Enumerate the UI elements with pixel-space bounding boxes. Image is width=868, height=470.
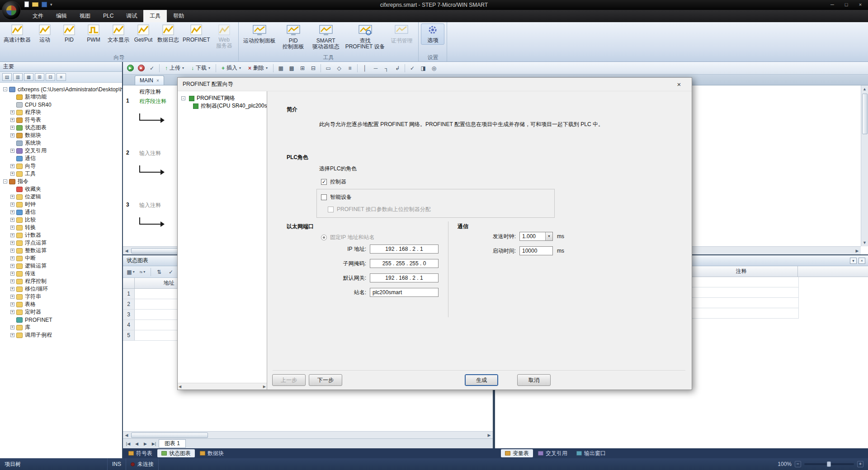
- startup-time-field[interactable]: 10000: [519, 246, 553, 255]
- branch-icon[interactable]: ◇: [334, 63, 344, 73]
- tree-expander-icon[interactable]: [10, 126, 14, 130]
- tree-item[interactable]: 表格: [0, 301, 122, 308]
- tree-item[interactable]: 数据块: [0, 132, 122, 139]
- wizard-tree-root[interactable]: PROFINET网络: [178, 94, 267, 102]
- smart-device-checkbox-row[interactable]: 智能设备: [321, 193, 352, 201]
- tree-item[interactable]: 工具: [0, 170, 122, 178]
- close-tab-icon[interactable]: ×: [156, 78, 159, 83]
- vertical-line-icon[interactable]: │: [360, 63, 370, 73]
- scroll-up-icon[interactable]: ▲: [861, 85, 868, 93]
- ip-address-field[interactable]: 192 . 168 . 2 . 1: [370, 244, 439, 254]
- tree-item[interactable]: 调用子例程: [0, 331, 122, 339]
- tree-item[interactable]: 位逻辑: [0, 193, 122, 201]
- scroll-right-icon[interactable]: ▶: [263, 385, 266, 389]
- tree-toolbar-icon[interactable]: ▥: [13, 73, 23, 81]
- ribbon-item-profinet[interactable]: PROFINET: [181, 24, 212, 44]
- symbol-info-icon[interactable]: ≡: [345, 63, 355, 73]
- status-chart-horizontal-scrollbar[interactable]: ◀ ▶: [123, 431, 493, 438]
- subnet-mask-field[interactable]: 255 . 255 . 255 . 0: [370, 259, 439, 268]
- next-step-button[interactable]: 下一步: [309, 374, 342, 386]
- chevron-down-icon[interactable]: ▼: [545, 232, 552, 240]
- tree-item[interactable]: 定时器: [0, 308, 122, 316]
- scroll-right-icon[interactable]: ▶: [486, 432, 493, 439]
- delete-row-icon[interactable]: ⊟: [308, 63, 318, 73]
- smart-device-checkbox[interactable]: [321, 194, 327, 200]
- tree-expander-icon[interactable]: [10, 256, 14, 260]
- maximize-button[interactable]: □: [840, 0, 853, 9]
- tree-expander-icon[interactable]: [10, 333, 14, 337]
- tree-expander-icon[interactable]: [10, 325, 14, 329]
- force-icon[interactable]: ✓: [166, 268, 176, 277]
- corner-line-icon[interactable]: ┐: [382, 63, 392, 73]
- minimize-button[interactable]: ─: [826, 0, 839, 9]
- compile-status-icon[interactable]: ✓: [407, 63, 417, 73]
- tree-item[interactable]: 新增功能: [0, 93, 122, 101]
- upload-button[interactable]: ↑上传▾: [162, 63, 187, 73]
- ribbon-item-motion-panel[interactable]: 运动控制面板: [241, 24, 278, 45]
- tree-expander-icon[interactable]: [10, 249, 14, 253]
- ribbon-item-high-speed-counter[interactable]: 高速计数器: [2, 24, 32, 44]
- tree-expander-icon[interactable]: [10, 233, 14, 237]
- tree-item[interactable]: 程序块: [0, 108, 122, 116]
- tab-status-chart[interactable]: 状态图表: [157, 449, 195, 457]
- network-table-icon[interactable]: ▦: [276, 63, 286, 73]
- menu-edit[interactable]: 编辑: [50, 10, 73, 22]
- tree-expander-icon[interactable]: [10, 264, 14, 268]
- pou-view-icon[interactable]: ▩: [287, 63, 297, 73]
- wizard-tree-scrollbar[interactable]: ◀ ▶: [178, 383, 267, 390]
- tree-item[interactable]: 逻辑运算: [0, 262, 122, 270]
- ribbon-item-pwm[interactable]: PWM: [82, 24, 105, 44]
- tree-item[interactable]: 通信: [0, 208, 122, 216]
- stop-button[interactable]: ■: [136, 63, 146, 73]
- close-button[interactable]: ×: [854, 0, 867, 9]
- tree-expander-icon[interactable]: [3, 87, 7, 91]
- dialog-titlebar[interactable]: PROFINET 配置向导 ×: [178, 78, 692, 91]
- delete-button[interactable]: ×删除▾: [245, 63, 271, 73]
- scroll-right-icon[interactable]: ▶: [854, 247, 861, 254]
- zoom-slider-thumb[interactable]: [827, 461, 831, 467]
- tree-expander-icon[interactable]: [10, 133, 14, 137]
- menu-help[interactable]: 帮助: [167, 10, 190, 22]
- tree-item[interactable]: 传送: [0, 270, 122, 277]
- read-write-icon[interactable]: ⇅: [154, 268, 164, 277]
- previous-chart-icon[interactable]: ◀: [133, 442, 141, 446]
- ribbon-item-get-put[interactable]: Get/Put: [132, 24, 155, 44]
- download-button[interactable]: ↓下载▾: [188, 63, 213, 73]
- tree-toolbar-icon[interactable]: ≡: [57, 73, 66, 81]
- ribbon-item-data-log[interactable]: 数据日志: [156, 24, 180, 44]
- ribbon-item-pid-panel[interactable]: PID 控制面板: [279, 24, 308, 51]
- tree-item[interactable]: 移位/循环: [0, 285, 122, 293]
- cancel-button[interactable]: 取消: [517, 374, 551, 386]
- tree-item[interactable]: 中断: [0, 254, 122, 262]
- app-logo-icon[interactable]: [2, 1, 21, 20]
- tab-data-block[interactable]: 数据块: [196, 449, 228, 457]
- zoom-out-button[interactable]: −: [795, 461, 801, 467]
- generate-button[interactable]: 生成: [465, 374, 498, 386]
- last-chart-icon[interactable]: ▶|: [150, 442, 158, 446]
- tree-item[interactable]: 整数运算: [0, 247, 122, 254]
- horizontal-line-icon[interactable]: ─: [371, 63, 381, 73]
- tree-expander-icon[interactable]: [10, 210, 14, 214]
- controller-checkbox-row[interactable]: ✓ 控制器: [321, 178, 346, 186]
- tree-expander-icon[interactable]: [10, 164, 14, 168]
- tree-item[interactable]: 浮点运算: [0, 239, 122, 247]
- editor-vertical-scrollbar[interactable]: ▲ ▼: [861, 85, 868, 246]
- box-instruction-icon[interactable]: ▭: [323, 63, 333, 73]
- scroll-left-icon[interactable]: ◀: [123, 247, 130, 254]
- insert-row-icon[interactable]: ⊞: [297, 63, 307, 73]
- auto-hide-pin-icon[interactable]: ▾: [850, 258, 857, 264]
- tree-item[interactable]: CPU SR40: [0, 101, 122, 108]
- find-icon[interactable]: ◎: [429, 63, 439, 73]
- zoom-in-button[interactable]: +: [857, 461, 863, 467]
- insert-branch-icon[interactable]: ↲: [392, 63, 402, 73]
- scroll-left-icon[interactable]: ◀: [179, 385, 181, 389]
- tree-item-instructions[interactable]: 指令: [0, 178, 122, 185]
- run-button[interactable]: ▶: [125, 63, 135, 73]
- tree-item-project-root[interactable]: cifxrepns (C:\Users\Administrator\Deskto…: [0, 85, 122, 93]
- tree-expander-icon[interactable]: [10, 110, 14, 114]
- ribbon-item-options[interactable]: 选项: [421, 24, 444, 45]
- trend-view-icon[interactable]: ≈▾: [137, 268, 147, 277]
- next-chart-icon[interactable]: ▶: [142, 442, 149, 446]
- dialog-close-icon[interactable]: ×: [671, 80, 687, 89]
- tree-expander-icon[interactable]: [10, 302, 14, 306]
